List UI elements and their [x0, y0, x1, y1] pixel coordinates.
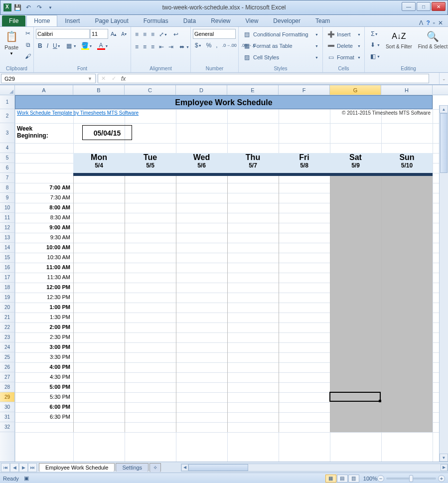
- increase-indent-button[interactable]: ⇥: [166, 42, 175, 52]
- italic-button[interactable]: I: [45, 41, 50, 51]
- row-header-18[interactable]: 18: [0, 283, 14, 293]
- sheet-nav-next-icon[interactable]: ▶: [19, 463, 28, 472]
- name-box-input[interactable]: [4, 76, 88, 82]
- sheet-nav-last-icon[interactable]: ⏭: [28, 463, 37, 472]
- row-header-15[interactable]: 15: [0, 253, 14, 263]
- tab-team[interactable]: Team: [308, 15, 337, 26]
- tab-view[interactable]: View: [238, 15, 266, 26]
- zoom-in-button[interactable]: +: [438, 475, 445, 482]
- scroll-thumb[interactable]: [440, 113, 448, 173]
- conditional-formatting-button[interactable]: ▤Conditional Formatting ▼: [241, 29, 320, 40]
- tab-page-layout[interactable]: Page Layout: [87, 15, 136, 26]
- scroll-left-icon[interactable]: ◀: [181, 464, 188, 471]
- format-cells-button[interactable]: ▭Format▼: [325, 52, 363, 63]
- font-size-input[interactable]: [90, 29, 108, 39]
- row-header-21[interactable]: 21: [0, 313, 14, 322]
- column-header-D[interactable]: D: [176, 85, 227, 95]
- excel-icon[interactable]: [3, 3, 11, 11]
- row-header-3[interactable]: 3: [0, 123, 14, 143]
- qat-undo-icon[interactable]: ↶: [23, 2, 33, 12]
- row-header-7[interactable]: 7: [0, 173, 14, 183]
- accept-formula-icon[interactable]: ✓: [109, 75, 119, 82]
- scroll-thumb[interactable]: [188, 464, 248, 471]
- align-bottom-button[interactable]: ≡: [149, 29, 156, 39]
- zoom-slider[interactable]: [386, 478, 436, 480]
- horizontal-scrollbar[interactable]: ◀ ▶: [181, 464, 448, 472]
- merge-button[interactable]: ⬌▼: [176, 41, 191, 52]
- row-header-10[interactable]: 10: [0, 203, 14, 213]
- active-cell[interactable]: [329, 392, 381, 402]
- comma-button[interactable]: ,: [214, 40, 219, 50]
- bold-button[interactable]: B: [36, 41, 44, 51]
- align-left-button[interactable]: ≡: [133, 42, 141, 52]
- tab-developer[interactable]: Developer: [266, 15, 308, 26]
- percent-button[interactable]: %: [204, 40, 214, 50]
- scroll-right-icon[interactable]: ▶: [441, 464, 448, 471]
- tab-formulas[interactable]: Formulas: [136, 15, 176, 26]
- format-as-table-button[interactable]: ▦Format as Table ▼: [241, 40, 320, 51]
- align-top-button[interactable]: ≡: [133, 29, 141, 39]
- scroll-down-icon[interactable]: ▼: [440, 454, 448, 462]
- column-header-G[interactable]: G: [330, 85, 381, 95]
- ribbon-restore-icon[interactable]: ▫: [433, 19, 435, 26]
- scroll-up-icon[interactable]: ▲: [440, 105, 448, 113]
- row-header-31[interactable]: 31: [0, 412, 14, 422]
- qat-customize-icon[interactable]: ▼: [45, 2, 55, 12]
- row-header-2[interactable]: 2: [0, 109, 14, 123]
- fx-icon[interactable]: fx: [119, 75, 128, 82]
- row-header-27[interactable]: 27: [0, 372, 14, 382]
- row-header-28[interactable]: 28: [0, 382, 14, 392]
- font-color-button[interactable]: A▼: [95, 40, 111, 51]
- row-header-4[interactable]: 4: [0, 143, 14, 153]
- qat-save-icon[interactable]: 💾: [12, 2, 22, 12]
- template-link[interactable]: Work Schedule Template by Timesheets MTS…: [15, 110, 139, 116]
- normal-view-button[interactable]: ▦: [325, 475, 336, 483]
- column-header-C[interactable]: C: [125, 85, 176, 95]
- wrap-text-button[interactable]: ↩: [170, 29, 182, 40]
- row-header-25[interactable]: 25: [0, 352, 14, 362]
- select-all-corner[interactable]: [0, 85, 15, 95]
- sheet-tab-active[interactable]: Employee Work Schedule: [39, 463, 115, 472]
- border-button[interactable]: ▦▼: [63, 40, 79, 51]
- align-center-button[interactable]: ≡: [141, 42, 149, 52]
- sheet-nav-prev-icon[interactable]: ◀: [10, 463, 19, 472]
- column-header-F[interactable]: F: [279, 85, 330, 95]
- zoom-out-button[interactable]: −: [377, 475, 384, 482]
- column-header-B[interactable]: B: [73, 85, 125, 95]
- row-header-29[interactable]: 29: [0, 392, 14, 402]
- delete-cells-button[interactable]: ➖Delete▼: [325, 40, 363, 51]
- sheet-tab-settings[interactable]: Settings: [116, 463, 149, 472]
- minimize-button[interactable]: —: [402, 2, 416, 11]
- tab-home[interactable]: Home: [26, 15, 57, 26]
- row-header-23[interactable]: 23: [0, 332, 14, 342]
- row-header-12[interactable]: 12: [0, 223, 14, 233]
- tab-data[interactable]: Data: [176, 15, 203, 26]
- zoom-slider-thumb[interactable]: [409, 475, 413, 482]
- row-header-30[interactable]: 30: [0, 402, 14, 412]
- format-painter-button[interactable]: 🖌: [22, 51, 34, 62]
- maximize-button[interactable]: □: [417, 2, 431, 11]
- align-middle-button[interactable]: ≡: [141, 29, 149, 39]
- number-format-select[interactable]: [193, 29, 236, 39]
- column-header-A[interactable]: A: [15, 85, 73, 95]
- row-header-9[interactable]: 9: [0, 193, 14, 203]
- orientation-button[interactable]: ⤢▼: [157, 29, 169, 39]
- currency-button[interactable]: $▼: [193, 40, 204, 50]
- font-name-input[interactable]: [36, 29, 90, 39]
- row-header-6[interactable]: 6: [0, 163, 14, 173]
- autosum-button[interactable]: Σ▼: [367, 29, 382, 39]
- cut-button[interactable]: ✂: [22, 28, 34, 39]
- cell-styles-button[interactable]: ▨Cell Styles ▼: [241, 52, 320, 63]
- row-header-14[interactable]: 14: [0, 243, 14, 253]
- find-select-button[interactable]: 🔍 Find & Select: [416, 28, 448, 51]
- fill-color-button[interactable]: 🪣▼: [79, 40, 95, 51]
- zoom-level[interactable]: 100%: [363, 476, 377, 482]
- macro-record-icon[interactable]: ▣: [24, 475, 29, 482]
- row-header-8[interactable]: 8: [0, 183, 14, 193]
- sheet-nav-first-icon[interactable]: ⏮: [1, 463, 10, 472]
- increase-decimal-button[interactable]: .0→.00: [220, 41, 239, 49]
- column-header-E[interactable]: E: [227, 85, 279, 95]
- new-sheet-button[interactable]: ✧: [149, 463, 161, 472]
- formula-expand-icon[interactable]: ⌄: [439, 73, 448, 84]
- row-header-32[interactable]: 32: [0, 422, 14, 432]
